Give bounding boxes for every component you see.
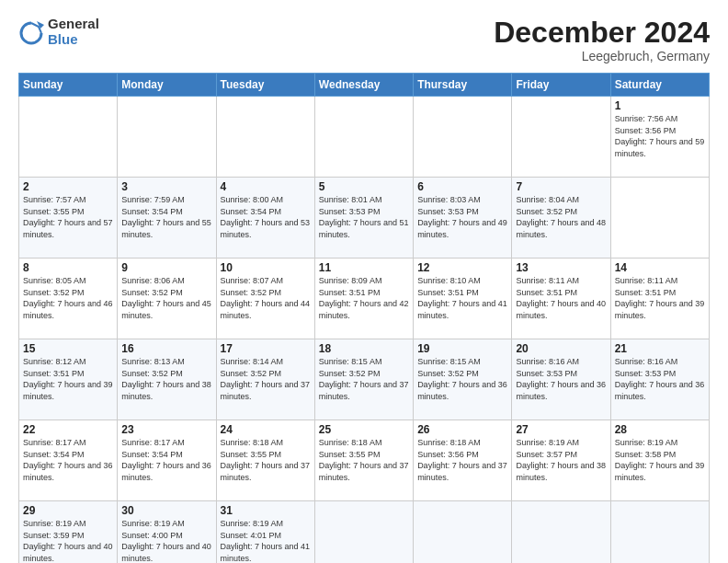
col-thursday: Thursday — [414, 74, 512, 97]
day-info: Sunrise: 8:11 AMSunset: 3:51 PMDaylight:… — [615, 276, 705, 320]
table-row: 1 Sunrise: 7:56 AMSunset: 3:56 PMDayligh… — [610, 97, 709, 178]
day-info: Sunrise: 8:03 AMSunset: 3:53 PMDaylight:… — [417, 195, 507, 239]
title-block: December 2024 Leegebruch, Germany — [494, 17, 710, 63]
table-row: 28 Sunrise: 8:19 AMSunset: 3:58 PMDaylig… — [610, 420, 709, 501]
table-row — [314, 501, 413, 563]
day-number: 22 — [23, 423, 113, 436]
day-number: 9 — [121, 261, 211, 274]
table-row: 5 Sunrise: 8:01 AMSunset: 3:53 PMDayligh… — [314, 178, 413, 259]
calendar-header-row: Sunday Monday Tuesday Wednesday Thursday… — [19, 74, 710, 97]
day-info: Sunrise: 8:06 AMSunset: 3:52 PMDaylight:… — [121, 276, 211, 320]
day-info: Sunrise: 8:18 AMSunset: 3:55 PMDaylight:… — [319, 438, 409, 482]
day-info: Sunrise: 8:19 AMSunset: 3:57 PMDaylight:… — [516, 438, 606, 482]
table-row: 29 Sunrise: 8:19 AMSunset: 3:59 PMDaylig… — [19, 501, 118, 563]
col-tuesday: Tuesday — [216, 74, 314, 97]
calendar-week-row: 1 Sunrise: 7:56 AMSunset: 3:56 PMDayligh… — [19, 97, 710, 178]
table-row: 6 Sunrise: 8:03 AMSunset: 3:53 PMDayligh… — [414, 178, 512, 259]
calendar-week-row: 29 Sunrise: 8:19 AMSunset: 3:59 PMDaylig… — [19, 501, 710, 563]
table-row — [414, 501, 512, 563]
calendar-week-row: 2 Sunrise: 7:57 AMSunset: 3:55 PMDayligh… — [19, 178, 710, 259]
day-number: 19 — [417, 342, 507, 355]
table-row: 7 Sunrise: 8:04 AMSunset: 3:52 PMDayligh… — [512, 178, 610, 259]
day-number: 21 — [615, 342, 705, 355]
logo: General Blue — [18, 17, 99, 47]
table-row: 31 Sunrise: 8:19 AMSunset: 4:01 PMDaylig… — [216, 501, 314, 563]
day-number: 16 — [121, 342, 211, 355]
day-number: 28 — [615, 423, 705, 436]
table-row: 22 Sunrise: 8:17 AMSunset: 3:54 PMDaylig… — [19, 420, 118, 501]
table-row: 13 Sunrise: 8:11 AMSunset: 3:51 PMDaylig… — [512, 259, 610, 339]
col-saturday: Saturday — [610, 74, 709, 97]
table-row: 24 Sunrise: 8:18 AMSunset: 3:55 PMDaylig… — [216, 420, 314, 501]
table-row: 10 Sunrise: 8:07 AMSunset: 3:52 PMDaylig… — [216, 259, 314, 339]
day-info: Sunrise: 8:04 AMSunset: 3:52 PMDaylight:… — [516, 195, 606, 239]
day-number: 27 — [516, 423, 606, 436]
table-row: 17 Sunrise: 8:14 AMSunset: 3:52 PMDaylig… — [216, 339, 314, 420]
table-row: 2 Sunrise: 7:57 AMSunset: 3:55 PMDayligh… — [19, 178, 118, 259]
svg-marker-0 — [37, 21, 44, 29]
day-info: Sunrise: 8:09 AMSunset: 3:51 PMDaylight:… — [319, 276, 409, 320]
col-sunday: Sunday — [19, 74, 118, 97]
day-number: 17 — [221, 342, 311, 355]
day-info: Sunrise: 8:10 AMSunset: 3:51 PMDaylight:… — [417, 276, 507, 320]
table-row: 14 Sunrise: 8:11 AMSunset: 3:51 PMDaylig… — [610, 259, 709, 339]
day-number: 18 — [319, 342, 409, 355]
day-number: 14 — [615, 261, 705, 274]
day-info: Sunrise: 8:01 AMSunset: 3:53 PMDaylight:… — [319, 195, 409, 239]
day-info: Sunrise: 8:05 AMSunset: 3:52 PMDaylight:… — [23, 276, 113, 320]
day-info: Sunrise: 8:17 AMSunset: 3:54 PMDaylight:… — [23, 438, 113, 482]
table-row: 4 Sunrise: 8:00 AMSunset: 3:54 PMDayligh… — [216, 178, 314, 259]
day-info: Sunrise: 7:59 AMSunset: 3:54 PMDaylight:… — [121, 195, 211, 239]
table-row: 11 Sunrise: 8:09 AMSunset: 3:51 PMDaylig… — [314, 259, 413, 339]
day-info: Sunrise: 8:13 AMSunset: 3:52 PMDaylight:… — [121, 357, 211, 401]
day-info: Sunrise: 8:00 AMSunset: 3:54 PMDaylight:… — [221, 195, 311, 239]
table-row: 9 Sunrise: 8:06 AMSunset: 3:52 PMDayligh… — [118, 259, 216, 339]
day-number: 12 — [417, 261, 507, 274]
table-row — [19, 97, 118, 178]
day-number: 10 — [221, 261, 311, 274]
table-row — [216, 97, 314, 178]
day-info: Sunrise: 8:19 AMSunset: 3:58 PMDaylight:… — [615, 438, 705, 482]
table-row — [512, 501, 610, 563]
day-number: 29 — [23, 504, 113, 517]
day-info: Sunrise: 7:56 AMSunset: 3:56 PMDaylight:… — [615, 114, 705, 158]
table-row: 30 Sunrise: 8:19 AMSunset: 4:00 PMDaylig… — [118, 501, 216, 563]
logo-general: General — [48, 16, 99, 31]
logo-text: General Blue — [48, 17, 99, 47]
col-friday: Friday — [512, 74, 610, 97]
page: General Blue December 2024 Leegebruch, G… — [0, 0, 728, 563]
day-number: 11 — [319, 261, 409, 274]
table-row: 26 Sunrise: 8:18 AMSunset: 3:56 PMDaylig… — [414, 420, 512, 501]
calendar-week-row: 15 Sunrise: 8:12 AMSunset: 3:51 PMDaylig… — [19, 339, 710, 420]
day-info: Sunrise: 8:19 AMSunset: 4:00 PMDaylight:… — [121, 519, 211, 563]
table-row — [314, 97, 413, 178]
day-number: 5 — [319, 180, 409, 193]
day-info: Sunrise: 7:57 AMSunset: 3:55 PMDaylight:… — [23, 195, 113, 239]
day-info: Sunrise: 8:15 AMSunset: 3:52 PMDaylight:… — [319, 357, 409, 401]
day-info: Sunrise: 8:18 AMSunset: 3:55 PMDaylight:… — [221, 438, 311, 482]
table-row: 3 Sunrise: 7:59 AMSunset: 3:54 PMDayligh… — [118, 178, 216, 259]
table-row: 20 Sunrise: 8:16 AMSunset: 3:53 PMDaylig… — [512, 339, 610, 420]
day-number: 26 — [417, 423, 507, 436]
day-number: 25 — [319, 423, 409, 436]
day-number: 31 — [221, 504, 311, 517]
day-info: Sunrise: 8:15 AMSunset: 3:52 PMDaylight:… — [417, 357, 507, 401]
calendar-week-row: 8 Sunrise: 8:05 AMSunset: 3:52 PMDayligh… — [19, 259, 710, 339]
table-row — [414, 97, 512, 178]
day-number: 15 — [23, 342, 113, 355]
day-number: 2 — [23, 180, 113, 193]
day-info: Sunrise: 8:17 AMSunset: 3:54 PMDaylight:… — [121, 438, 211, 482]
day-number: 8 — [23, 261, 113, 274]
logo-icon — [18, 19, 44, 45]
day-info: Sunrise: 8:12 AMSunset: 3:51 PMDaylight:… — [23, 357, 113, 401]
day-number: 6 — [417, 180, 507, 193]
table-row: 27 Sunrise: 8:19 AMSunset: 3:57 PMDaylig… — [512, 420, 610, 501]
month-title: December 2024 — [494, 17, 710, 49]
logo-blue: Blue — [48, 31, 78, 47]
day-number: 4 — [221, 180, 311, 193]
table-row — [118, 97, 216, 178]
col-monday: Monday — [118, 74, 216, 97]
calendar-week-row: 22 Sunrise: 8:17 AMSunset: 3:54 PMDaylig… — [19, 420, 710, 501]
table-row: 23 Sunrise: 8:17 AMSunset: 3:54 PMDaylig… — [118, 420, 216, 501]
day-number: 24 — [221, 423, 311, 436]
